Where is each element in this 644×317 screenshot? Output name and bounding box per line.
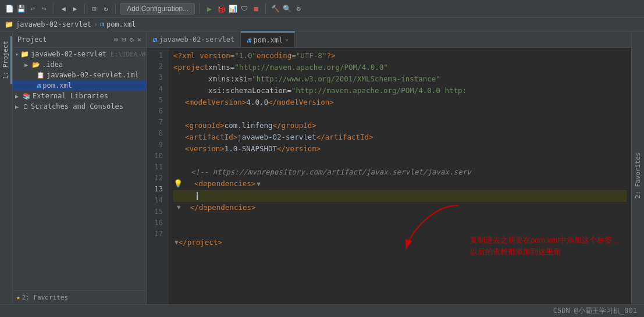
undo-icon[interactable]: ↩ (28, 4, 37, 13)
separator (84, 3, 85, 14)
editor-tab-pom[interactable]: m pom.xml ✕ (241, 31, 295, 47)
side-tab-favorites[interactable]: 2: Favorites (633, 148, 643, 203)
code-line-7: <groupId>com.linfeng</groupId> (173, 120, 627, 131)
code-line-11: <!-- https://mvnrepository.com/artifact/… (173, 166, 627, 178)
ln-2: 2 (147, 61, 166, 72)
bottom-tab-favorites[interactable]: ★ 2: Favorites (16, 294, 68, 301)
ln-5: 5 (147, 95, 166, 106)
right-side-tab: 2: Favorites (631, 31, 644, 304)
status-bar: CSDN @小霸王学习机_001 (0, 304, 644, 317)
side-tab-bar: 1: Project (0, 31, 13, 304)
code-line-9: <version>1.0-SNAPSHOT</version> (173, 143, 627, 155)
groupid-val: com.linfeng (225, 120, 273, 131)
coverage-icon[interactable]: 🛡 (240, 4, 249, 13)
tab-maven-icon-1: m (152, 35, 156, 44)
close-icon[interactable]: ✕ (137, 35, 141, 44)
breadcrumb-project[interactable]: javaweb-02-servlet (16, 20, 91, 29)
tag-version: <version> (185, 143, 225, 155)
tree-arrow-idea: ▶ (24, 62, 30, 68)
run-icon[interactable]: ▶ (205, 4, 214, 13)
tag-groupid: <groupId> (185, 120, 225, 131)
code-editor[interactable]: 1 2 3 4 5 6 7 8 9 10 11 12 13 14 15 16 1… (147, 48, 631, 304)
save-icon[interactable]: 💾 (16, 4, 26, 13)
editor-area: m javaweb-02-servlet m pom.xml ✕ 1 2 3 4… (147, 31, 631, 304)
tree-arrow-ext: ▶ (15, 93, 21, 99)
tree-arrow-root: ▾ (15, 51, 19, 58)
code-line-17: ▼ </project> (173, 237, 627, 248)
tree-item-pom[interactable]: m pom.xml (13, 80, 146, 91)
editor-tabs: m javaweb-02-servlet m pom.xml ✕ (147, 31, 631, 48)
forward-icon[interactable]: ▶ (70, 4, 80, 13)
ext-lib-icon: 📚 (23, 92, 31, 100)
add-configuration-button[interactable]: Add Configuration... (120, 3, 195, 15)
new-file-icon[interactable]: 📄 (5, 4, 14, 13)
modelversion-val: 4.0.0 (246, 97, 268, 108)
xmlns-val: "http://maven.apache.org/POM/4.0.0" (234, 62, 387, 73)
code-line-12: 💡 <dependencies> ▼ (173, 178, 627, 190)
search-icon[interactable]: 🔍 (282, 4, 291, 13)
build-icon[interactable]: 🔨 (271, 4, 280, 13)
tree-root-name: javaweb-02-servlet (31, 50, 106, 58)
xml-pi-end: ?> (326, 50, 335, 62)
tree-arrow-scratch: ▶ (15, 104, 21, 110)
code-line-3: xmlns:xsi="http://www.w3.org/2001/XMLSch… (173, 73, 627, 85)
tab-label-pom: pom.xml (254, 36, 283, 44)
tree-idea-name: .idea (42, 60, 63, 69)
root-folder-icon: 📁 (20, 50, 29, 58)
tree-item-root[interactable]: ▾ 📁 javaweb-02-servlet E:\IDEA-Workspace… (13, 49, 146, 59)
add-icon[interactable]: ⊕ (114, 35, 118, 44)
tree-item-idea[interactable]: ▶ 📂 .idea (13, 59, 146, 70)
main-area: 1: Project Project ⊕ ⊟ ⚙ ✕ ▾ 📁 javaweb-0… (0, 31, 644, 304)
stop-icon[interactable]: ■ (251, 4, 261, 13)
back-icon[interactable]: ◀ (59, 4, 68, 13)
ln-6: 6 (147, 106, 166, 117)
editor-tab-project[interactable]: m javaweb-02-servlet (147, 31, 241, 47)
side-tab-project[interactable]: 1: Project (1, 36, 12, 84)
settings-icon[interactable]: ⚙ (294, 4, 303, 13)
code-line-2: <project xmlns="http://maven.apache.org/… (173, 62, 627, 73)
panel-bottom-tabs: ★ 2: Favorites (13, 290, 146, 304)
ln-1: 1 (147, 50, 166, 61)
tag-groupid-close: </groupId> (273, 120, 316, 131)
comment-11: <!-- https://mvnrepository.com/artifact/… (173, 166, 471, 178)
tab-close-button[interactable]: ✕ (285, 37, 289, 43)
debug-icon[interactable]: 🐞 (216, 4, 226, 13)
ln-17: 17 (147, 229, 166, 240)
profile-icon[interactable]: 📊 (228, 4, 237, 13)
xml-version-val: "1.0" (234, 50, 257, 62)
tree-item-ext-libs[interactable]: ▶ 📚 External Libraries (13, 91, 146, 101)
breadcrumb-separator: › (94, 20, 98, 29)
artifactid-val: javaweb-02-servlet (237, 131, 316, 143)
sync-icon[interactable]: ↻ (101, 4, 111, 13)
collapse-icon[interactable]: ⊟ (122, 35, 126, 44)
breadcrumb-file[interactable]: pom.xml (106, 20, 136, 29)
redo-icon[interactable]: ↪ (40, 4, 49, 13)
tag-project-open: <project (173, 62, 208, 73)
gear-icon[interactable]: ⚙ (130, 35, 134, 44)
ln-10: 10 (147, 151, 166, 162)
code-content[interactable]: <?xml version="1.0" encoding="UTF-8"?> <… (169, 48, 631, 304)
eq3: = (248, 73, 252, 85)
fold-marker-14[interactable]: ▼ (177, 202, 181, 213)
tree-item-iml[interactable]: 📋 javaweb-02-servlet.iml (13, 70, 146, 80)
maven-file-icon: m (37, 81, 41, 90)
panel-title: Project (17, 35, 47, 44)
idea-folder-icon: 📂 (32, 61, 40, 69)
fold-marker-17[interactable]: ▼ (175, 237, 179, 248)
attr-xmlns: xmlns (208, 62, 230, 73)
ln-4: 4 (147, 84, 166, 95)
tag-dependencies-open: <dependencies> (194, 178, 255, 190)
view-icon[interactable]: ⊞ (90, 4, 99, 13)
code-line-16 (173, 225, 627, 237)
tab-label-project: javaweb-02-servlet (159, 35, 234, 44)
project-panel: Project ⊕ ⊟ ⚙ ✕ ▾ 📁 javaweb-02-servlet E… (13, 31, 147, 304)
eq: = (230, 62, 235, 73)
tag-modelversion: <modelVersion> (185, 97, 246, 108)
tree-item-scratches[interactable]: ▶ 🗒 Scratches and Consoles (13, 101, 146, 112)
fold-marker-12[interactable]: ▼ (257, 179, 261, 190)
ln-13: 13 (147, 184, 166, 195)
ln-15: 15 (147, 206, 166, 218)
ln-8: 8 (147, 128, 166, 139)
ln-11: 11 (147, 162, 166, 173)
bulb-icon[interactable]: 💡 (173, 178, 183, 190)
